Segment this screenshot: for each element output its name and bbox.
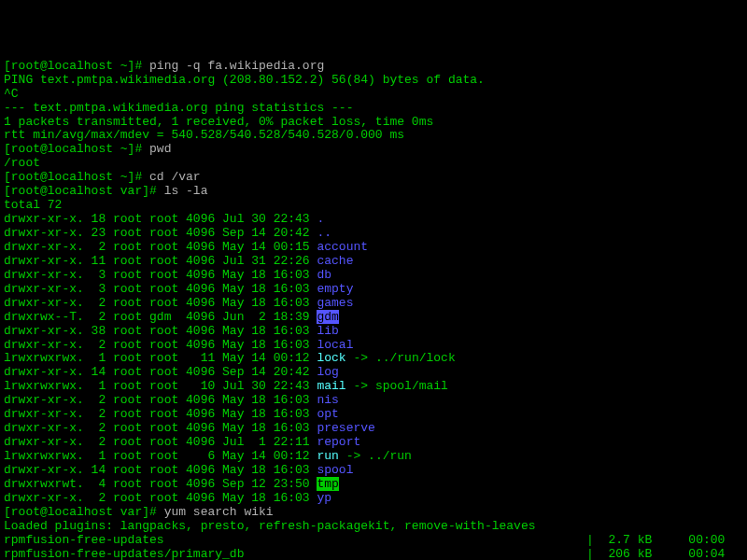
terminal-output[interactable]: [root@localhost ~]# ping -q fa.wikipedia… xyxy=(4,60,743,560)
